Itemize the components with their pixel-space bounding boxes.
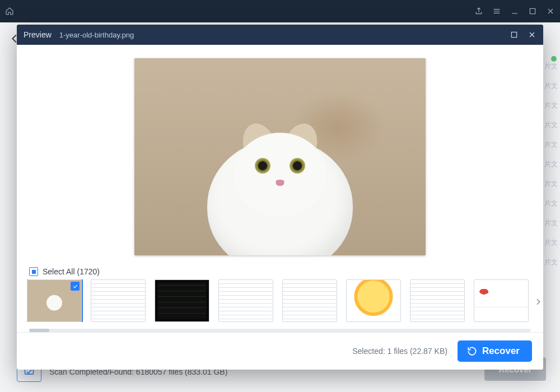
truncated-list-fragments: 片文片文 片文片文 片文片文 片文片文 片文片文 片文 bbox=[544, 62, 558, 267]
status-dot-icon bbox=[551, 56, 557, 62]
thumbnail-item[interactable] bbox=[91, 279, 146, 322]
select-all-label: Select All (1720) bbox=[43, 267, 100, 276]
thumbnail-item[interactable] bbox=[282, 279, 337, 322]
thumbnail-item[interactable] bbox=[27, 279, 82, 322]
preview-modal-footer: Selected: 1 files (22.87 KB) Recover bbox=[17, 332, 543, 370]
preview-filename: 1-year-old-birthday.png bbox=[59, 31, 134, 39]
app-titlebar bbox=[0, 0, 560, 22]
select-all-checkbox[interactable] bbox=[29, 267, 38, 276]
thumbnail-item[interactable] bbox=[474, 279, 529, 322]
svg-rect-2 bbox=[511, 32, 516, 37]
thumbnail-item[interactable] bbox=[410, 279, 465, 322]
preview-title: Preview bbox=[24, 30, 52, 39]
thumbnail-item[interactable] bbox=[155, 279, 209, 322]
recover-button[interactable]: Recover bbox=[458, 340, 532, 362]
share-icon[interactable] bbox=[474, 6, 484, 16]
preview-area bbox=[17, 45, 543, 264]
recover-button-label: Recover bbox=[482, 346, 520, 357]
preview-modal: Preview 1-year-old-birthday.png Select A… bbox=[17, 25, 543, 370]
home-icon[interactable] bbox=[4, 6, 15, 16]
thumbnails-scrollbar[interactable] bbox=[29, 329, 531, 332]
close-icon[interactable] bbox=[545, 6, 556, 16]
scrollbar-handle[interactable] bbox=[29, 329, 49, 332]
modal-close-icon[interactable] bbox=[528, 30, 536, 39]
modal-maximize-icon[interactable] bbox=[510, 30, 519, 39]
preview-image bbox=[134, 58, 426, 255]
selected-summary: Selected: 1 files (22.87 KB) bbox=[352, 347, 447, 356]
svg-rect-0 bbox=[530, 8, 535, 13]
thumbnail-item[interactable] bbox=[346, 279, 401, 322]
menu-icon[interactable] bbox=[492, 6, 502, 16]
check-icon bbox=[71, 282, 80, 291]
thumbnail-item[interactable] bbox=[218, 279, 273, 322]
select-all-row: Select All (1720) bbox=[17, 264, 543, 279]
maximize-icon[interactable] bbox=[528, 6, 538, 16]
thumbnails-strip bbox=[17, 279, 543, 324]
minimize-icon[interactable] bbox=[510, 6, 520, 16]
preview-modal-header: Preview 1-year-old-birthday.png bbox=[17, 25, 543, 45]
chevron-right-icon[interactable] bbox=[532, 296, 544, 308]
